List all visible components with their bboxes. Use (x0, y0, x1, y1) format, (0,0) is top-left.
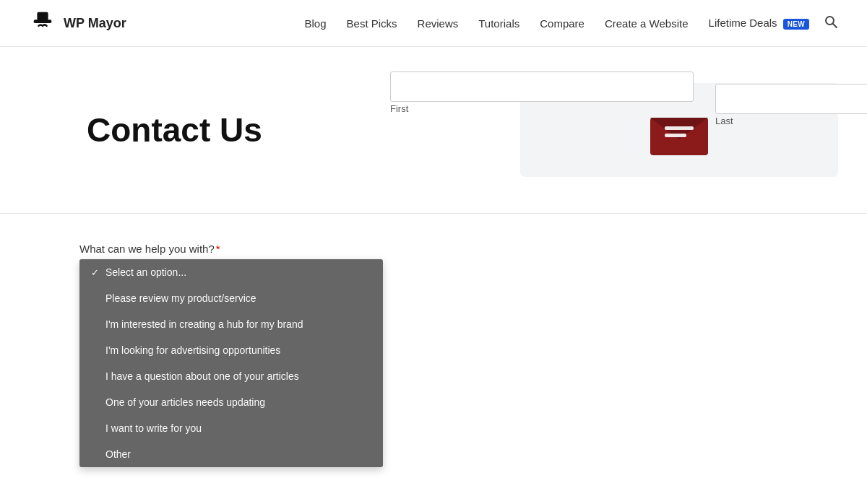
nav-link-lifetime-deals[interactable]: Lifetime Deals NEW (709, 17, 809, 30)
dropdown-item-write[interactable]: I want to write for you (79, 415, 383, 441)
help-label: What can we help you with?* (79, 243, 788, 255)
navbar: WP Mayor Blog Best Picks Reviews Tutoria… (0, 0, 867, 47)
nav-link-tutorials[interactable]: Tutorials (478, 17, 519, 30)
nav-link-reviews[interactable]: Reviews (418, 17, 459, 30)
dropdown-item-review[interactable]: Please review my product/service (79, 285, 383, 311)
svg-rect-0 (37, 12, 48, 20)
dropdown-menu: ✓ Select an option... Please review my p… (79, 259, 383, 467)
search-icon[interactable] (824, 14, 838, 32)
dropdown-item-select[interactable]: ✓ Select an option... (79, 259, 383, 285)
page-title: Contact Us (87, 110, 520, 149)
help-required-marker: * (216, 243, 220, 255)
first-name-label: First (390, 103, 694, 114)
first-name-input[interactable] (390, 71, 694, 102)
dropdown-item-question[interactable]: I have a question about one of your arti… (79, 363, 383, 389)
logo-text: WP Mayor (64, 16, 126, 31)
dropdown-item-advertising[interactable]: I'm looking for advertising opportunitie… (79, 337, 383, 363)
last-name-input[interactable] (715, 84, 867, 114)
logo-icon (29, 9, 56, 37)
nav-link-create-website[interactable]: Create a Website (605, 17, 689, 30)
lifetime-deals-badge: NEW (783, 19, 809, 30)
nav-link-best-picks[interactable]: Best Picks (347, 17, 397, 30)
help-field-group: What can we help you with?* Select an op… (79, 243, 788, 255)
svg-rect-1 (34, 19, 52, 23)
check-icon: ✓ (91, 267, 101, 278)
form-section: What can we help you with?* Select an op… (51, 243, 816, 458)
last-name-outer: Last (715, 84, 867, 126)
svg-rect-6 (665, 134, 686, 137)
nav-link-compare[interactable]: Compare (540, 17, 585, 30)
section-divider (0, 213, 867, 214)
first-name-group: First (390, 71, 694, 114)
last-name-label: Last (715, 116, 867, 126)
logo[interactable]: WP Mayor (29, 9, 126, 37)
nav-link-blog[interactable]: Blog (305, 17, 327, 30)
svg-line-3 (833, 23, 837, 27)
nav-links: Blog Best Picks Reviews Tutorials Compar… (305, 17, 810, 30)
svg-rect-5 (665, 126, 694, 130)
dropdown-item-other[interactable]: Other (79, 441, 383, 467)
dropdown-item-update[interactable]: One of your articles needs updating (79, 389, 383, 415)
dropdown-item-hub[interactable]: I'm interested in creating a hub for my … (79, 311, 383, 337)
